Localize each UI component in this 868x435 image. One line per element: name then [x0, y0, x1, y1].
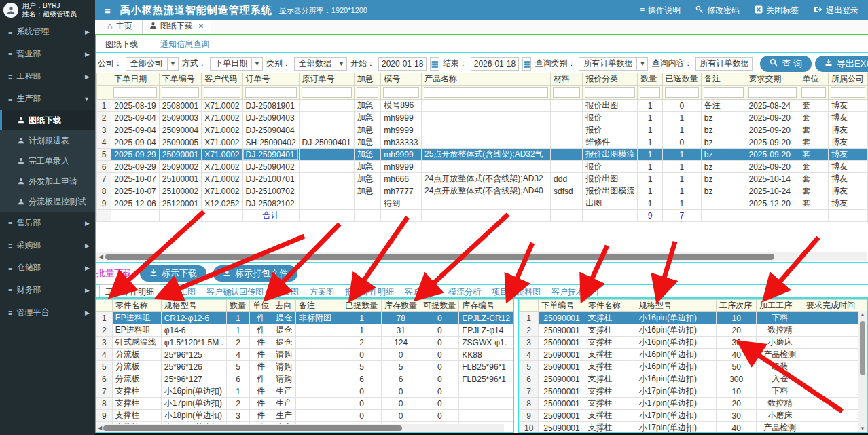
sidebar-subitem[interactable]: 外发加工申请 [0, 171, 95, 191]
mark-package-button[interactable]: 标示打包文件 [213, 265, 297, 282]
column-filter-input[interactable] [831, 87, 865, 98]
tab-home[interactable]: ⌂ 主页 [101, 19, 139, 34]
table-row[interactable]: 125090001支撑柱小16pin(单边扣)10下料 [520, 312, 867, 324]
sidebar-item[interactable]: ≡财务部▶ [0, 279, 95, 301]
change-password-button[interactable]: 修改密码 [695, 5, 740, 16]
detail-tab[interactable]: 客户技术文件 [551, 286, 600, 298]
table-row[interactable]: 32025-09-0425090004X71.0002DJ-25090404加急… [97, 124, 868, 136]
table-row[interactable]: 62025-09-2925090002X71.0002DJ-25090402加急… [97, 161, 868, 173]
table-row[interactable]: 325090001支撑柱小16pin(单边扣)30小磨床 [520, 337, 867, 349]
column-filter-input[interactable] [801, 87, 825, 98]
subtab-drawing-download[interactable]: 图纸下载 [98, 37, 145, 52]
table-row[interactable]: 82025-10-0725100002X71.0002DJ-25100702加急… [97, 185, 868, 197]
column-filter-input[interactable] [665, 87, 699, 98]
table-row[interactable]: 425090001支撑柱小16pin(单边扣)40产品检测 [520, 349, 867, 361]
end-date-input[interactable]: 2026-01-18 [471, 57, 519, 71]
table-row[interactable]: 52025-09-2925090001X71.0002DJ-25090401加急… [97, 149, 868, 161]
detail-tab[interactable]: 模流分析 [448, 286, 481, 298]
calendar-icon[interactable]: ▦ [430, 57, 439, 71]
help-button[interactable]: ≡ 操作说明 [640, 5, 681, 16]
hamburger-icon[interactable]: ≡ [95, 5, 120, 16]
category-select[interactable]: 全部数据▼ [294, 57, 347, 71]
scrollbar-thumb[interactable] [103, 425, 402, 431]
sidebar-item[interactable]: ≡系统管理▶ [0, 20, 95, 43]
tab-drawing-download[interactable]: 图纸下载 ✕ [142, 18, 211, 34]
column-filter-input[interactable] [357, 87, 379, 98]
mark-download-button[interactable]: 标示下载 [140, 265, 206, 282]
table-row[interactable]: 1EP进料咀CR12-φ12-61件提仓非标附图1780EPJLZ-CR12 [96, 312, 513, 324]
table-row[interactable]: 12025-08-1925080001X71.0002DJ-25081901加急… [97, 100, 868, 112]
table-row[interactable]: 6分流板25*96*1276件请购660FLB25*96*1 [96, 373, 513, 385]
scroll-left-icon[interactable]: ◀ [96, 253, 105, 260]
sidebar-item[interactable]: ≡仓储部▶ [0, 257, 95, 279]
sidebar-subitem[interactable]: 计划跟进表 [0, 130, 95, 151]
table-row[interactable]: 525090001支撑柱小16pin(单边扣)50组装 [520, 361, 867, 373]
calendar-icon[interactable]: ▦ [522, 57, 531, 71]
scroll-down-icon[interactable]: ▼ [860, 425, 865, 432]
sidebar-item[interactable]: ≡采购部▶ [0, 234, 95, 257]
detail-tab[interactable]: 客户确认回传图 [206, 286, 264, 298]
table-row[interactable]: 8支撑柱小17pin(单边扣)2件生产000 [96, 398, 513, 410]
table-row[interactable]: 1025090001支撑柱小17pin(单边扣)40产品检测 [520, 422, 867, 434]
subtab-notice-query[interactable]: 通知信息查询 [153, 37, 216, 52]
detail-tab[interactable]: 项目部资料图 [492, 286, 541, 298]
column-filter-input[interactable] [748, 87, 797, 98]
scrollbar-thumb[interactable] [105, 254, 774, 260]
detail-tab[interactable]: 外发图 [274, 286, 299, 298]
sidebar-item[interactable]: ≡生产部▼ [0, 88, 95, 110]
company-select[interactable]: 全部公司▼ [126, 57, 179, 71]
process-vertical-scrollbar[interactable]: ▲ ▼ [858, 311, 867, 432]
sidebar-item[interactable]: ≡营业部▶ [0, 43, 95, 65]
scroll-up-icon[interactable]: ▲ [860, 311, 865, 318]
orders-horizontal-scrollbar[interactable]: ◀ [96, 252, 867, 261]
sidebar-subitem[interactable]: 完工单录入 [0, 151, 95, 171]
close-tabs-button[interactable]: 关闭标签 [755, 5, 799, 16]
table-row[interactable]: 4分流板25*96*1254件请购000KK88 [96, 349, 513, 361]
table-row[interactable]: 92025-12-0625120001X12.0252DJ-25082102得到… [97, 197, 868, 210]
column-filter-input[interactable] [553, 87, 580, 98]
table-row[interactable]: 3针式感温线φ1.5*120*1.5M .2件提仓21240ZSGWX-φ1. [96, 337, 513, 349]
detail-tab[interactable]: 方案图 [310, 286, 334, 298]
column-filter-input[interactable] [162, 87, 199, 98]
table-row[interactable]: 825090001支撑柱小17pin(单边扣)20数控精 [520, 398, 867, 410]
column-filter-input[interactable] [704, 87, 744, 98]
search-button[interactable]: 查 询 [760, 56, 812, 72]
table-row[interactable]: 9支撑柱小18pin(单边扣)3件生产000 [96, 410, 513, 422]
sidebar-item[interactable]: ≡售后部▶ [0, 212, 95, 234]
table-row[interactable]: 42025-09-0425090005X71.0002SH-25090402DJ… [97, 136, 868, 149]
table-row[interactable]: 72025-10-0725100001X71.0002DJ-25100701加急… [97, 173, 868, 185]
table-row[interactable]: 625090001支撑柱小16pin(单边扣)300入仓 [520, 373, 867, 385]
column-filter-input[interactable] [383, 87, 419, 98]
sidebar-item[interactable]: ≡管理平台▶ [0, 301, 95, 324]
column-filter-input[interactable] [640, 87, 659, 98]
query-type-select[interactable]: 所有订单数据▼ [579, 57, 648, 71]
table-row[interactable]: 225090001支撑柱小16pin(单边扣)20数控精 [520, 324, 867, 337]
table-row[interactable]: 925090001支撑柱小17pin(单边扣)30小磨床 [520, 410, 867, 422]
export-excel-button[interactable]: 导出EXCEL [815, 56, 868, 72]
column-filter-input[interactable] [585, 87, 635, 98]
start-date-input[interactable]: 2020-01-18 [378, 57, 427, 71]
scrollbar-thumb[interactable] [860, 321, 865, 375]
logout-button[interactable]: 退出登录 [814, 5, 858, 16]
table-row[interactable]: 725090001支撑柱小17pin(单边扣)10下料 [520, 385, 867, 398]
scroll-left-icon[interactable]: ◀ [96, 425, 103, 431]
table-row[interactable]: 2EP进料咀φ14-61件提仓1310EPJLZ-φ14 [96, 324, 513, 337]
table-row[interactable]: 22025-09-0425090003X71.0002DJ-25090403加急… [97, 112, 868, 124]
detail-tab[interactable]: 加工图 [171, 286, 196, 298]
sidebar-subitem[interactable]: 分流板温控测试 [0, 191, 95, 212]
parts-horizontal-scrollbar[interactable]: ◀ [96, 424, 504, 432]
query-content-input[interactable]: 所有订单数据 [695, 57, 753, 71]
close-icon[interactable]: ✕ [198, 22, 204, 30]
column-filter-input[interactable] [424, 87, 548, 98]
detail-tab[interactable]: 客户来图 [405, 286, 437, 298]
table-row[interactable]: 7支撑柱小16pin(单边扣)1件生产000 [96, 385, 513, 398]
method-select[interactable]: 下单日期▼ [210, 57, 263, 71]
column-filter-input[interactable] [204, 87, 240, 98]
column-filter-input[interactable] [113, 87, 156, 98]
sidebar-subitem[interactable]: 图纸下载 [0, 110, 95, 130]
column-filter-input[interactable] [245, 87, 297, 98]
sidebar-item[interactable]: ≡工程部▶ [0, 65, 95, 88]
table-row[interactable]: 5分流板25*96*1265件请购550FLB25*96*1 [96, 361, 513, 373]
column-filter-input[interactable] [302, 87, 352, 98]
detail-tab[interactable]: 报价零件明细 [345, 286, 394, 298]
